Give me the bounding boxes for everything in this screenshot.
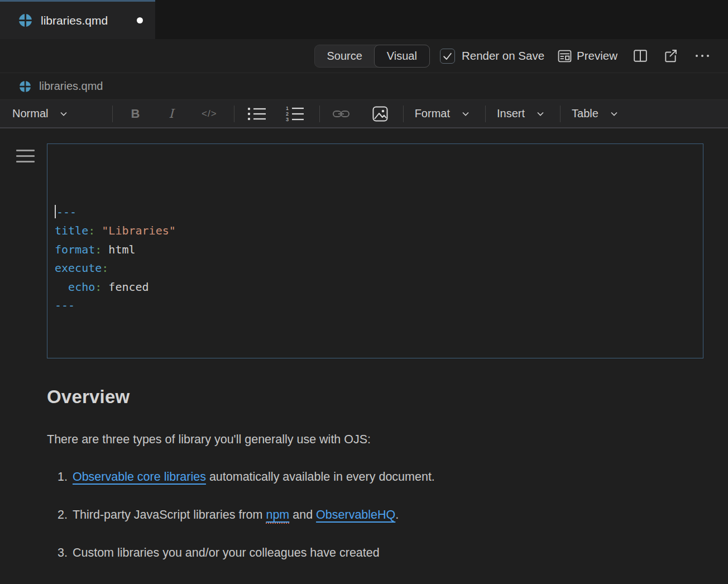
editor-action-bar: Source Visual Render on Save Preview bbox=[0, 39, 728, 73]
visual-editor-canvas[interactable]: ---title: "Libraries"format: htmlexecute… bbox=[0, 128, 728, 584]
list-item: 2.Third-party JavaScript libraries from … bbox=[47, 508, 703, 522]
toolbar-separator bbox=[485, 106, 486, 122]
drag-handle-icon[interactable] bbox=[16, 150, 35, 162]
svg-text:1: 1 bbox=[286, 106, 289, 111]
heading-overview: Overview bbox=[47, 386, 703, 408]
image-icon bbox=[372, 106, 388, 122]
toolbar-separator bbox=[403, 106, 404, 122]
doc-link[interactable]: npm bbox=[266, 508, 289, 524]
tab-title: libraries.qmd bbox=[41, 14, 137, 27]
preview-label: Preview bbox=[577, 49, 617, 63]
formatting-toolbar: Normal B I </> 1 2 3 bbox=[0, 99, 728, 128]
yaml-front-matter-block[interactable]: ---title: "Libraries"format: htmlexecute… bbox=[47, 143, 703, 358]
checkbox-check-icon bbox=[442, 51, 453, 61]
chevron-down-icon[interactable] bbox=[535, 109, 545, 119]
quarto-icon bbox=[18, 13, 32, 27]
format-dropdown[interactable]: Format bbox=[415, 107, 450, 120]
numbered-list-icon: 1 2 3 bbox=[285, 105, 305, 123]
more-actions-icon bbox=[696, 55, 698, 57]
open-external-button[interactable] bbox=[663, 49, 678, 63]
render-on-save-label[interactable]: Render on Save bbox=[462, 49, 544, 63]
table-dropdown[interactable]: Table bbox=[572, 107, 598, 120]
tab-libraries-qmd[interactable]: libraries.qmd bbox=[0, 0, 155, 39]
ordered-list: 1.Observable core libraries automaticall… bbox=[47, 470, 703, 560]
source-visual-toggle: Source Visual bbox=[314, 45, 430, 68]
preview-button[interactable]: Preview bbox=[558, 49, 617, 63]
yaml-code[interactable]: ---title: "Libraries"format: htmlexecute… bbox=[55, 203, 695, 315]
numbered-list-button[interactable]: 1 2 3 bbox=[285, 105, 305, 123]
intro-paragraph: There are three types of library you'll … bbox=[47, 431, 703, 448]
toolbar-separator bbox=[234, 106, 234, 122]
chevron-down-icon[interactable] bbox=[59, 109, 69, 119]
source-mode-button[interactable]: Source bbox=[315, 50, 373, 63]
body-paragraph: In this document we'll provide a high-le… bbox=[47, 581, 703, 584]
open-external-icon bbox=[663, 49, 678, 63]
doc-link[interactable]: Observable core libraries bbox=[73, 470, 206, 484]
list-item: 1.Observable core libraries automaticall… bbox=[47, 470, 703, 484]
bold-button[interactable]: B bbox=[131, 107, 140, 121]
chevron-down-icon[interactable] bbox=[609, 109, 619, 119]
bullet-list-button[interactable] bbox=[247, 106, 267, 122]
list-item: 3.Custom libraries you and/or your colle… bbox=[47, 546, 703, 560]
toolbar-separator bbox=[319, 106, 320, 122]
chevron-down-icon[interactable] bbox=[461, 109, 471, 119]
toolbar-separator bbox=[112, 106, 113, 122]
svg-text:2: 2 bbox=[286, 111, 289, 117]
split-editor-icon bbox=[633, 49, 648, 63]
breadcrumb-file[interactable]: libraries.qmd bbox=[39, 80, 103, 93]
code-button[interactable]: </> bbox=[202, 108, 217, 119]
doc-link[interactable]: ObservableHQ bbox=[316, 508, 395, 521]
split-editor-button[interactable] bbox=[633, 49, 648, 63]
image-button[interactable] bbox=[372, 106, 388, 122]
text-cursor bbox=[55, 205, 56, 218]
italic-button[interactable]: I bbox=[169, 107, 174, 121]
insert-dropdown[interactable]: Insert bbox=[497, 107, 525, 120]
link-button[interactable] bbox=[332, 106, 350, 122]
link-icon bbox=[332, 106, 350, 122]
tab-bar: libraries.qmd bbox=[0, 0, 728, 39]
quarto-icon bbox=[19, 80, 31, 93]
breadcrumb: libraries.qmd bbox=[0, 73, 728, 99]
paragraph-style-dropdown[interactable]: Normal bbox=[12, 107, 48, 120]
editor-window: libraries.qmd Source Visual Render on Sa… bbox=[0, 0, 728, 584]
visual-mode-button[interactable]: Visual bbox=[374, 45, 430, 68]
toolbar-separator bbox=[560, 106, 561, 122]
svg-text:3: 3 bbox=[286, 117, 289, 122]
render-on-save-checkbox[interactable] bbox=[440, 49, 455, 64]
modified-dot[interactable] bbox=[137, 17, 143, 23]
preview-icon bbox=[558, 49, 572, 63]
more-actions-button[interactable] bbox=[695, 52, 710, 59]
bullet-list-icon bbox=[247, 106, 267, 122]
